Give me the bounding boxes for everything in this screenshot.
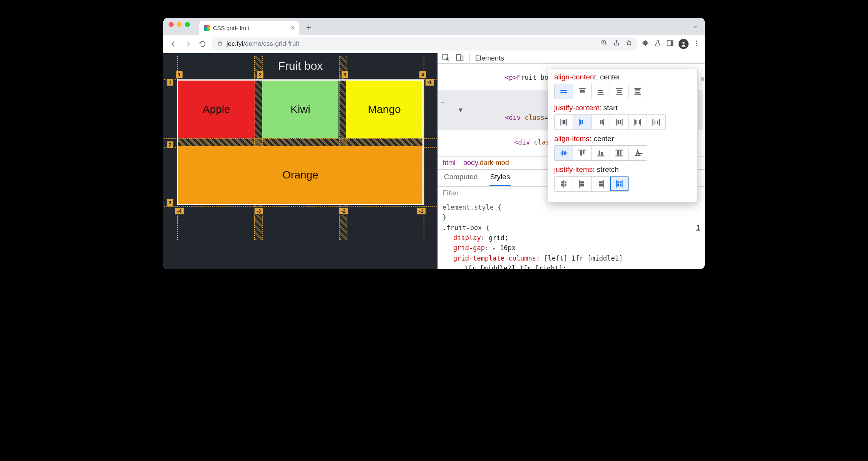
rendered-page: Fruit box Apple Kiwi Mango <box>163 53 437 269</box>
popover-button-row <box>554 114 666 130</box>
more-icon[interactable]: ⋯ <box>440 98 444 106</box>
svg-rect-23 <box>635 89 640 91</box>
tab-strip: CSS grid- fruit × ＋ <box>163 18 705 35</box>
svg-rect-58 <box>617 151 618 156</box>
align-option-jc-around[interactable] <box>610 115 628 130</box>
reload-button[interactable] <box>197 39 208 49</box>
svg-rect-10 <box>560 90 567 91</box>
align-option-ai-stretch[interactable] <box>610 146 628 160</box>
css-val[interactable]: [left] 1fr [middle1] <box>544 254 623 262</box>
source-link[interactable]: 1 <box>696 223 700 233</box>
svg-rect-55 <box>598 151 600 156</box>
styles-pane[interactable]: element.style { } .fruit-box { 1 display… <box>438 200 705 269</box>
panel-icon[interactable] <box>666 39 674 49</box>
align-option-jc-end[interactable] <box>592 115 610 130</box>
popover-val: start <box>603 104 618 112</box>
grid-line-label: -3 <box>254 207 263 215</box>
grid-line-label: 1 <box>176 71 183 78</box>
back-button[interactable] <box>168 39 179 49</box>
svg-rect-24 <box>635 92 640 93</box>
align-option-ac-between[interactable] <box>628 84 647 99</box>
rule-close: } <box>442 214 446 221</box>
align-option-ac-end[interactable] <box>592 84 610 99</box>
svg-rect-12 <box>579 88 585 89</box>
svg-rect-53 <box>583 151 584 154</box>
browser-tab[interactable]: CSS grid- fruit × <box>199 21 299 35</box>
star-icon[interactable] <box>625 39 632 48</box>
svg-rect-44 <box>652 119 653 125</box>
align-option-ji-start[interactable] <box>573 177 592 191</box>
align-option-jc-evenly[interactable] <box>647 115 665 130</box>
alignment-editor-popover: align-content: centerjustify-content: st… <box>548 69 698 203</box>
align-option-ai-baseline[interactable] <box>628 146 647 160</box>
css-val[interactable]: grid; <box>489 234 508 242</box>
zoom-icon[interactable] <box>601 39 608 48</box>
css-val[interactable]: 10px <box>500 244 516 252</box>
css-val[interactable]: 1fr [middle2] 1fr [right]; <box>464 264 566 269</box>
align-option-jc-center[interactable] <box>555 115 573 130</box>
align-option-ai-end[interactable] <box>592 146 610 160</box>
svg-rect-43 <box>640 119 641 125</box>
cell-label: Apple <box>203 103 230 116</box>
close-window-button[interactable] <box>169 22 174 27</box>
align-option-ac-center[interactable] <box>555 84 573 99</box>
devtools-top-tabs: Elements <box>438 53 705 64</box>
svg-point-3 <box>682 42 684 44</box>
tab-overflow-button[interactable] <box>692 23 699 32</box>
profile-avatar[interactable] <box>679 39 689 49</box>
popover-row-justify-content: justify-content: start <box>554 104 691 130</box>
popover-prop: align-content <box>554 73 596 81</box>
css-prop[interactable]: display <box>453 234 481 242</box>
extensions-icon[interactable] <box>642 39 649 49</box>
align-option-jc-between[interactable] <box>628 115 647 130</box>
expand-shorthand-icon[interactable]: ▸ <box>493 245 496 251</box>
align-option-jc-start[interactable] <box>573 115 592 130</box>
device-toggle-icon[interactable] <box>456 53 464 63</box>
align-option-ji-end[interactable] <box>592 177 610 191</box>
align-option-ji-center[interactable] <box>555 177 573 191</box>
grid-overlay: Apple Kiwi Mango Orange 1 2 3 4 1 2 -1 3… <box>177 79 424 205</box>
share-icon[interactable] <box>613 39 620 48</box>
align-option-ac-start[interactable] <box>573 84 592 99</box>
tab-computed[interactable]: Computed <box>443 170 479 186</box>
inspect-icon[interactable] <box>442 53 450 63</box>
grid-line-label: 2 <box>166 141 174 148</box>
grid-line-label: 3 <box>166 199 174 206</box>
svg-rect-65 <box>565 184 566 186</box>
align-option-ji-stretch[interactable] <box>610 177 628 191</box>
labs-icon[interactable] <box>654 39 662 49</box>
cell-orange: Orange <box>178 146 422 204</box>
crumb-html[interactable]: html <box>442 159 456 167</box>
svg-rect-77 <box>622 180 623 188</box>
align-option-ac-around[interactable] <box>610 84 628 99</box>
svg-rect-59 <box>620 151 621 156</box>
expand-arrow-icon[interactable]: ▼ <box>459 106 462 114</box>
browser-window: CSS grid- fruit × ＋ jec.fyi/demo/css-gri… <box>163 18 705 269</box>
cell-apple: Apple <box>178 81 255 138</box>
kebab-menu-icon[interactable] <box>693 40 700 48</box>
popover-prop: align-items <box>554 135 590 143</box>
svg-rect-63 <box>565 182 566 183</box>
minimize-window-button[interactable] <box>177 22 182 27</box>
svg-rect-31 <box>580 120 581 125</box>
css-prop[interactable]: grid-template-columns <box>453 254 536 262</box>
tab-elements[interactable]: Elements <box>475 54 504 62</box>
crumb-body[interactable]: body.dark-mod <box>463 159 509 167</box>
content-area: Fruit box Apple Kiwi Mango <box>163 53 705 269</box>
popover-val: center <box>593 135 614 143</box>
css-prop[interactable]: grid-gap <box>453 244 485 252</box>
align-option-ai-start[interactable] <box>573 146 592 160</box>
align-option-ai-center[interactable] <box>555 146 573 160</box>
svg-rect-71 <box>603 180 604 188</box>
close-tab-icon[interactable]: × <box>291 25 295 31</box>
forward-button[interactable] <box>183 39 193 49</box>
favicon-icon <box>204 25 210 31</box>
address-bar[interactable]: jec.fyi/demo/css-grid-fruit <box>212 37 638 50</box>
new-tab-button[interactable]: ＋ <box>303 22 315 33</box>
svg-rect-54 <box>597 156 605 156</box>
maximize-window-button[interactable] <box>185 22 190 27</box>
popover-row-align-items: align-items: center <box>554 135 691 161</box>
tab-styles[interactable]: Styles <box>489 170 511 186</box>
svg-rect-14 <box>580 91 585 93</box>
svg-rect-57 <box>615 150 623 150</box>
